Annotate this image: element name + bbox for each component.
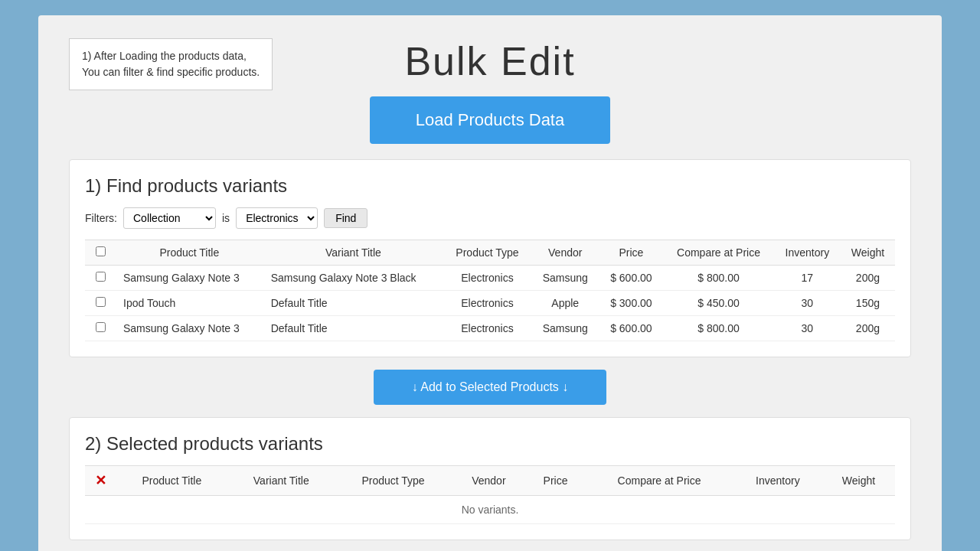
cell-variant-title: Samsung Galaxy Note 3 Black bbox=[263, 266, 443, 291]
add-to-selected-button[interactable]: ↓ Add to Selected Products ↓ bbox=[374, 370, 607, 405]
sel-col-variant-title: Variant Title bbox=[228, 466, 335, 496]
cell-price: $ 600.00 bbox=[599, 316, 664, 341]
cell-product-type: Electronics bbox=[443, 266, 531, 291]
table-row: Ipod Touch Default Title Electronics App… bbox=[85, 291, 895, 316]
cell-weight: 150g bbox=[841, 291, 895, 316]
sel-col-compare-price: Compare at Price bbox=[585, 466, 733, 496]
cell-price: $ 300.00 bbox=[599, 291, 664, 316]
cell-product-title: Ipod Touch bbox=[116, 291, 263, 316]
cell-inventory: 17 bbox=[774, 266, 841, 291]
cell-inventory: 30 bbox=[774, 291, 841, 316]
col-inventory: Inventory bbox=[774, 240, 841, 266]
cell-weight: 200g bbox=[841, 316, 895, 341]
products-table: Product Title Variant Title Product Type… bbox=[85, 240, 895, 341]
header-section: 1) After Loading the products data, You … bbox=[69, 38, 911, 144]
col-product-title: Product Title bbox=[116, 240, 263, 266]
cell-vendor: Samsung bbox=[531, 266, 599, 291]
load-products-button[interactable]: Load Products Data bbox=[370, 96, 610, 144]
sel-col-inventory: Inventory bbox=[733, 466, 822, 496]
col-price: Price bbox=[599, 240, 664, 266]
filters-row: Filters: Collection Product Type Vendor … bbox=[85, 207, 895, 229]
cell-weight: 200g bbox=[841, 266, 895, 291]
cell-variant-title: Default Title bbox=[263, 316, 443, 341]
sel-col-product-title: Product Title bbox=[116, 466, 228, 496]
remove-all-icon[interactable]: ✕ bbox=[95, 473, 106, 488]
cell-product-type: Electronics bbox=[443, 291, 531, 316]
cell-vendor: Samsung bbox=[531, 316, 599, 341]
find-products-section: 1) Find products variants Filters: Colle… bbox=[69, 159, 911, 357]
info-line1: 1) After Loading the products data, bbox=[82, 50, 247, 62]
is-label: is bbox=[222, 212, 230, 224]
filters-label: Filters: bbox=[85, 212, 117, 224]
col-compare-price: Compare at Price bbox=[663, 240, 774, 266]
sel-col-price: Price bbox=[526, 466, 586, 496]
selected-products-title: 2) Selected products variants bbox=[85, 433, 895, 455]
cell-compare-price: $ 800.00 bbox=[663, 316, 774, 341]
cell-product-title: Samsung Galaxy Note 3 bbox=[116, 266, 263, 291]
table-row: Samsung Galaxy Note 3 Samsung Galaxy Not… bbox=[85, 266, 895, 291]
col-vendor: Vendor bbox=[531, 240, 599, 266]
no-variants-row: No variants. bbox=[85, 496, 895, 524]
cell-inventory: 30 bbox=[774, 316, 841, 341]
find-button[interactable]: Find bbox=[324, 208, 368, 228]
col-product-type: Product Type bbox=[443, 240, 531, 266]
selected-table: ✕ Product Title Variant Title Product Ty… bbox=[85, 465, 895, 524]
sel-col-vendor: Vendor bbox=[452, 466, 525, 496]
row-checkbox-2[interactable] bbox=[96, 322, 106, 332]
sel-col-weight: Weight bbox=[822, 466, 895, 496]
cell-product-title: Samsung Galaxy Note 3 bbox=[116, 316, 263, 341]
row-checkbox-1[interactable] bbox=[96, 297, 106, 307]
filter-value-select[interactable]: Electronics Clothing Books bbox=[236, 207, 318, 229]
find-products-title: 1) Find products variants bbox=[85, 175, 895, 197]
selected-products-section: 2) Selected products variants ✕ Product … bbox=[69, 417, 911, 540]
col-weight: Weight bbox=[841, 240, 895, 266]
page-title: Bulk Edit bbox=[404, 38, 575, 84]
main-container: 1) After Loading the products data, You … bbox=[38, 15, 942, 551]
row-checkbox-0[interactable] bbox=[96, 272, 106, 282]
cell-price: $ 600.00 bbox=[599, 266, 664, 291]
col-variant-title: Variant Title bbox=[263, 240, 443, 266]
select-all-checkbox[interactable] bbox=[96, 246, 106, 256]
sel-col-product-type: Product Type bbox=[335, 466, 452, 496]
no-variants-message: No variants. bbox=[85, 496, 895, 524]
table-row: Samsung Galaxy Note 3 Default Title Elec… bbox=[85, 316, 895, 341]
cell-vendor: Apple bbox=[531, 291, 599, 316]
info-line2: You can filter & find specific products. bbox=[82, 66, 260, 78]
filter-field-select[interactable]: Collection Product Type Vendor Title bbox=[123, 207, 216, 229]
cell-compare-price: $ 800.00 bbox=[663, 266, 774, 291]
cell-product-type: Electronics bbox=[443, 316, 531, 341]
cell-compare-price: $ 450.00 bbox=[663, 291, 774, 316]
cell-variant-title: Default Title bbox=[263, 291, 443, 316]
info-box: 1) After Loading the products data, You … bbox=[69, 38, 273, 90]
